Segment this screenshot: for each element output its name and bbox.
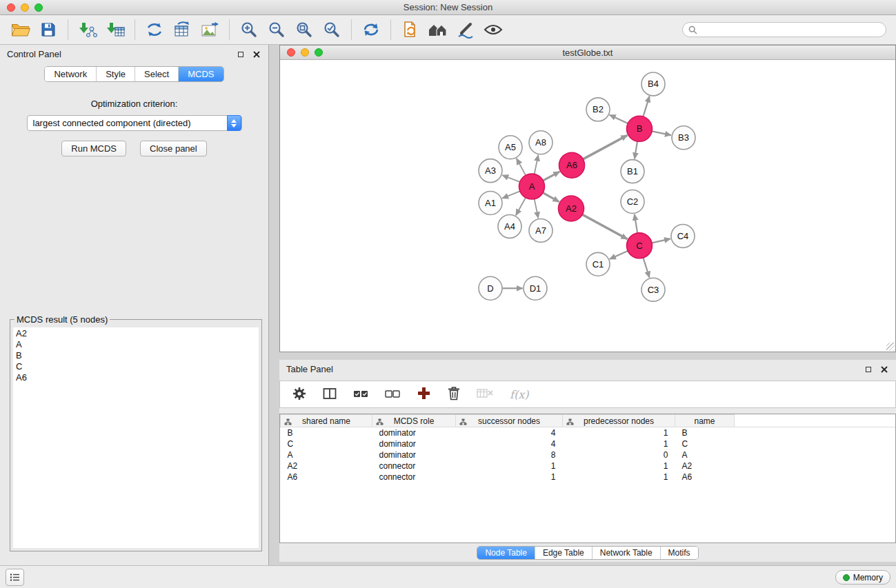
graph-edge-B-B1[interactable] [635,141,637,159]
zoom-out-icon[interactable] [263,18,290,41]
graph-edge-B-B2[interactable] [610,115,628,123]
table-cell[interactable]: dominator [372,438,456,449]
table-row[interactable]: A6connector11A6 [281,472,896,483]
graph-edge-A-A3[interactable] [502,175,519,182]
select-all-icon[interactable] [353,389,368,400]
graph-node-A5[interactable]: A5 [499,136,522,159]
create-view-icon[interactable] [397,18,424,41]
table-cell[interactable]: 1 [563,460,675,472]
table-cell[interactable]: B [281,427,372,439]
table-cell[interactable]: 8 [456,449,563,460]
mcds-result-item[interactable]: A6 [16,372,256,383]
graph-edge-A-A4[interactable] [516,198,526,216]
search-field[interactable] [682,22,886,37]
column-header-shared-name[interactable]: shared name [281,415,372,427]
refresh-icon[interactable] [357,18,385,41]
graph-node-B3[interactable]: B3 [672,126,695,150]
tab-network[interactable]: Network [45,67,97,81]
graph-edge-C-C4[interactable] [652,239,670,243]
deselect-all-icon[interactable] [385,389,400,400]
graph-node-C3[interactable]: C3 [641,278,665,301]
graph-node-D[interactable]: D [479,276,502,300]
graph-node-B[interactable]: B [627,116,653,141]
graph-edge-A-A7[interactable] [535,199,539,219]
graph-edge-A-A8[interactable] [535,155,539,174]
graph-node-B1[interactable]: B1 [621,160,644,183]
table-settings-icon[interactable] [292,387,306,403]
table-cell[interactable]: A2 [281,460,372,472]
table-cell[interactable]: 1 [563,438,675,449]
run-mcds-button[interactable]: Run MCDS [61,141,126,156]
float-panel-icon[interactable] [866,367,871,372]
search-input[interactable] [701,25,880,34]
graph-edge-A6-B[interactable] [583,135,627,159]
export-image-icon[interactable] [196,18,223,41]
graph-node-C4[interactable]: C4 [671,224,695,247]
graph-node-A3[interactable]: A3 [479,159,502,183]
import-network-icon[interactable] [74,18,101,41]
memory-button[interactable]: Memory [835,570,890,585]
mcds-result-item[interactable]: B [16,350,256,361]
mcds-result-item[interactable]: A [16,339,256,350]
table-cell[interactable]: 1 [456,460,563,472]
tab-motifs[interactable]: Motifs [661,547,698,559]
table-cell[interactable]: 4 [456,427,563,439]
table-cell[interactable]: C [675,438,735,449]
table-cell[interactable]: B [675,427,735,439]
first-neighbors-icon[interactable] [424,18,452,41]
graph-node-C1[interactable]: C1 [586,252,610,276]
table-cell[interactable]: A2 [675,460,735,472]
graph-edge-A-A2[interactable] [543,193,559,202]
eye-icon[interactable] [479,18,507,41]
table-row[interactable]: Adominator80A [281,449,896,460]
show-panels-button[interactable] [6,569,24,586]
graph-node-A[interactable]: A [519,174,545,199]
table-cell[interactable]: dominator [372,427,456,439]
graph-node-D1[interactable]: D1 [524,276,547,300]
column-header-successor-nodes[interactable]: successor nodes [456,415,563,427]
select-columns-icon[interactable] [323,387,337,402]
mcds-result-item[interactable]: C [16,361,256,372]
graph-node-A7[interactable]: A7 [529,219,552,242]
table-cell[interactable]: 1 [456,472,563,483]
close-panel-icon[interactable] [881,366,888,373]
table-cell[interactable]: dominator [372,449,456,460]
close-panel-icon[interactable] [253,51,260,58]
add-column-icon[interactable] [417,386,431,403]
graph-edge-B-B4[interactable] [643,97,649,117]
table-cell[interactable]: A6 [675,472,735,483]
share-network-icon[interactable] [141,18,168,41]
column-header-predecessor-nodes[interactable]: predecessor nodes [563,415,675,427]
graph-node-A4[interactable]: A4 [498,214,521,238]
tab-network-table[interactable]: Network Table [593,547,661,559]
graph-edge-A-A5[interactable] [517,159,526,175]
graph-edge-A-A1[interactable] [502,191,520,198]
criterion-dropdown[interactable]: largest connected component (directed) [27,115,242,131]
float-panel-icon[interactable] [238,52,243,57]
column-header-mcds-role[interactable]: MCDS role [372,415,456,427]
annotate-icon[interactable] [452,18,479,41]
graph-edge-B-B3[interactable] [652,131,671,135]
table-cell[interactable]: A [675,449,735,460]
graph-node-B2[interactable]: B2 [586,98,610,121]
graph-edge-C-C3[interactable] [644,258,650,278]
table-cell[interactable]: 0 [563,449,675,460]
import-table-icon[interactable] [101,18,129,41]
open-file-icon[interactable] [7,18,34,41]
graph-node-C2[interactable]: C2 [621,190,644,214]
network-graph[interactable]: B4B2BB3A5A8A6B1A3AC2A1A2A4A7CC4C1C3DD1 [280,61,895,352]
graph-node-A1[interactable]: A1 [479,192,502,215]
table-cell[interactable]: A6 [281,472,372,483]
mcds-result-list[interactable]: A2ABCA6 [13,327,259,548]
tab-mcds[interactable]: MCDS [179,67,223,81]
table-row[interactable]: Cdominator41C [281,438,896,449]
table-row[interactable]: A2connector11A2 [281,460,896,472]
table-cell[interactable]: 1 [563,472,675,483]
table-cell[interactable]: connector [372,460,456,472]
graph-edge-A-A6[interactable] [543,172,559,181]
graph-node-A2[interactable]: A2 [559,196,584,221]
graph-node-B4[interactable]: B4 [641,72,665,96]
mcds-result-item[interactable]: A2 [16,328,256,339]
tab-edge-table[interactable]: Edge Table [535,547,593,559]
graph-node-A6[interactable]: A6 [559,152,585,178]
